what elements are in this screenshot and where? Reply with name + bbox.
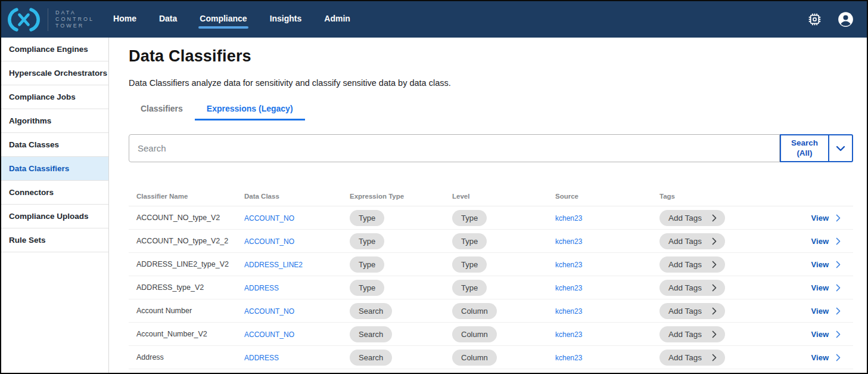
view-link[interactable]: View bbox=[811, 237, 829, 246]
column-header: Data Class bbox=[244, 193, 350, 200]
data-class-link[interactable]: ADDRESS_LINE2 bbox=[244, 261, 303, 269]
data-class-link[interactable]: ADDRESS bbox=[244, 354, 279, 362]
view-link[interactable]: View bbox=[811, 214, 829, 222]
sidebar-item[interactable]: Algorithms bbox=[1, 109, 108, 133]
app-window: DATA CONTROL TOWER Home Data Compliance … bbox=[0, 0, 868, 374]
system-chip-icon[interactable] bbox=[807, 12, 822, 27]
table-header-row: Classifier Name Data Class Expression Ty… bbox=[129, 187, 853, 206]
level-badge: Column bbox=[452, 326, 497, 342]
add-tags-button[interactable]: Add Tags bbox=[659, 326, 725, 342]
brand-line-2: CONTROL bbox=[55, 16, 94, 23]
nav-item[interactable]: Data bbox=[159, 8, 177, 32]
search-all-button[interactable]: Search (All) bbox=[780, 134, 829, 162]
source-link[interactable]: kchen23 bbox=[555, 214, 582, 222]
sidebar-item[interactable]: Connectors bbox=[1, 181, 108, 205]
chevron-right-icon bbox=[712, 354, 717, 361]
view-link[interactable]: View bbox=[811, 307, 829, 316]
add-tags-button[interactable]: Add Tags bbox=[659, 303, 725, 319]
page-title: Data Classifiers bbox=[129, 47, 853, 66]
sidebar-item[interactable]: Hyperscale Orchestrators bbox=[1, 61, 108, 85]
expression-type-badge: Search bbox=[350, 326, 392, 342]
add-tags-label: Add Tags bbox=[668, 353, 702, 362]
sidebar-item[interactable]: Compliance Uploads bbox=[1, 205, 108, 228]
sidebar-item[interactable]: Data Classes bbox=[1, 133, 108, 157]
view-link[interactable]: View bbox=[811, 283, 829, 292]
add-tags-button[interactable]: Add Tags bbox=[659, 256, 725, 273]
classifier-name: ACCOUNT_NO_type_V2 bbox=[136, 214, 244, 222]
nav-item[interactable]: Admin bbox=[324, 8, 350, 32]
chevron-right-icon bbox=[712, 284, 717, 292]
classifier-name: Address bbox=[136, 353, 244, 361]
classifier-name: Account Number bbox=[136, 307, 244, 315]
add-tags-label: Add Tags bbox=[668, 283, 702, 292]
view-link[interactable]: View bbox=[811, 260, 829, 269]
add-tags-label: Add Tags bbox=[668, 330, 702, 339]
data-class-link[interactable]: ADDRESS bbox=[244, 284, 279, 292]
add-tags-label: Add Tags bbox=[668, 260, 702, 269]
data-class-link[interactable]: ACCOUNT_NO bbox=[244, 307, 294, 316]
brand-logo: DATA CONTROL TOWER bbox=[7, 7, 94, 32]
chevron-right-icon[interactable] bbox=[836, 307, 841, 315]
add-tags-button[interactable]: Add Tags bbox=[659, 210, 725, 226]
search-options-dropdown-button[interactable] bbox=[828, 134, 853, 162]
account-icon[interactable] bbox=[838, 11, 854, 27]
level-badge: Type bbox=[452, 280, 487, 296]
nav-item[interactable]: Home bbox=[113, 8, 136, 32]
navbar-right bbox=[807, 11, 854, 27]
page-description: Data Classifiers analyze data for sensit… bbox=[129, 78, 853, 88]
expression-type-badge: Search bbox=[350, 350, 392, 366]
table-row: ADDRESS_type_V2 ADDRESS Type Type kchen2… bbox=[129, 276, 853, 299]
table-row: ACCOUNT_NO_type_V2_2 ACCOUNT_NO Type Typ… bbox=[129, 230, 853, 253]
column-header: Tags bbox=[659, 193, 802, 200]
level-badge: Type bbox=[452, 256, 487, 273]
view-link[interactable]: View bbox=[811, 330, 829, 339]
classifier-name: Account_Number_V2 bbox=[136, 330, 244, 338]
add-tags-button[interactable]: Add Tags bbox=[659, 233, 725, 249]
view-link[interactable]: View bbox=[811, 353, 829, 362]
tab[interactable]: Expressions (Legacy) bbox=[195, 100, 305, 120]
brand-line-1: DATA bbox=[55, 10, 94, 16]
chevron-right-icon[interactable] bbox=[836, 261, 841, 268]
sidebar-item[interactable]: Compliance Jobs bbox=[1, 85, 108, 109]
add-tags-button[interactable]: Add Tags bbox=[659, 280, 725, 296]
column-header: Expression Type bbox=[350, 193, 452, 200]
chevron-right-icon[interactable] bbox=[836, 214, 841, 222]
nav-item[interactable]: Compliance bbox=[200, 8, 247, 32]
add-tags-button[interactable]: Add Tags bbox=[659, 350, 725, 366]
data-class-link[interactable]: ACCOUNT_NO bbox=[244, 214, 294, 222]
sidebar-item[interactable]: Compliance Engines bbox=[1, 38, 108, 61]
chevron-right-icon[interactable] bbox=[836, 284, 841, 292]
source-link[interactable]: kchen23 bbox=[555, 330, 582, 339]
level-badge: Type bbox=[452, 233, 487, 249]
sidebar-item[interactable]: Data Classifiers bbox=[1, 157, 108, 181]
chevron-right-icon bbox=[712, 214, 717, 222]
classifiers-table: Classifier Name Data Class Expression Ty… bbox=[129, 187, 853, 369]
top-navbar: DATA CONTROL TOWER Home Data Compliance … bbox=[1, 1, 867, 38]
expression-type-badge: Search bbox=[350, 303, 392, 319]
chevron-right-icon bbox=[712, 330, 717, 338]
source-link[interactable]: kchen23 bbox=[555, 261, 582, 269]
table-row: ADDRESS_LINE2_type_V2 ADDRESS_LINE2 Type… bbox=[129, 253, 853, 276]
column-header: Level bbox=[452, 193, 555, 200]
data-class-link[interactable]: ACCOUNT_NO bbox=[244, 237, 294, 246]
column-header: Classifier Name bbox=[136, 193, 244, 200]
source-link[interactable]: kchen23 bbox=[555, 354, 582, 362]
search-input[interactable] bbox=[129, 134, 780, 162]
tab[interactable]: Classifiers bbox=[129, 100, 195, 120]
add-tags-label: Add Tags bbox=[668, 237, 702, 246]
chevron-right-icon[interactable] bbox=[836, 330, 841, 338]
chevron-right-icon[interactable] bbox=[836, 237, 841, 245]
dct-logo-icon bbox=[7, 7, 41, 32]
source-link[interactable]: kchen23 bbox=[555, 284, 582, 292]
nav-item[interactable]: Insights bbox=[270, 8, 302, 32]
data-class-link[interactable]: ACCOUNT_NO bbox=[244, 330, 294, 339]
sidebar-item[interactable]: Rule Sets bbox=[1, 228, 108, 252]
brand-text: DATA CONTROL TOWER bbox=[55, 10, 94, 29]
chevron-right-icon[interactable] bbox=[836, 354, 841, 361]
table-row: Account Number ACCOUNT_NO Search Column … bbox=[129, 299, 853, 323]
level-badge: Column bbox=[452, 350, 497, 366]
source-link[interactable]: kchen23 bbox=[555, 237, 582, 246]
table-row: ACCOUNT_NO_type_V2 ACCOUNT_NO Type Type … bbox=[129, 206, 853, 230]
source-link[interactable]: kchen23 bbox=[555, 307, 582, 316]
expression-type-badge: Type bbox=[350, 256, 384, 273]
